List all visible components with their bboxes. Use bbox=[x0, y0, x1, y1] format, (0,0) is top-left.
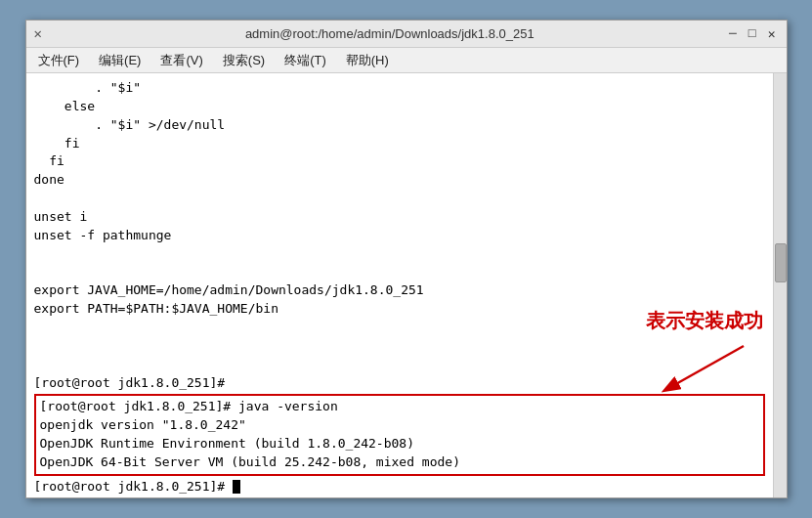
menu-file[interactable]: 文件(F) bbox=[30, 50, 88, 71]
terminal-content[interactable]: . "$i" else . "$i" >/dev/null fi fi done… bbox=[26, 73, 773, 497]
menu-terminal[interactable]: 终端(T) bbox=[277, 50, 334, 71]
terminal-last-line: [root@root jdk1.8.0_251]# bbox=[34, 478, 765, 496]
terminal-body: . "$i" else . "$i" >/dev/null fi fi done… bbox=[26, 73, 787, 497]
terminal-window: ✕ admin@root:/home/admin/Downloads/jdk1.… bbox=[25, 20, 788, 498]
window-controls: ─ □ ✕ bbox=[726, 26, 778, 42]
highlighted-output: [root@root jdk1.8.0_251]# java -version … bbox=[34, 394, 765, 475]
svg-line-1 bbox=[665, 346, 744, 390]
window-close-left[interactable]: ✕ bbox=[34, 25, 54, 42]
arrow-group bbox=[646, 341, 763, 400]
menu-help[interactable]: 帮助(H) bbox=[338, 50, 397, 71]
cursor bbox=[233, 480, 240, 494]
highlighted-lines: [root@root jdk1.8.0_251]# java -version … bbox=[40, 398, 759, 471]
annotation-text: 表示安装成功 bbox=[646, 307, 763, 335]
annotation-area: 表示安装成功 bbox=[646, 307, 763, 400]
menu-search[interactable]: 搜索(S) bbox=[215, 50, 273, 71]
menu-bar: 文件(F) 编辑(E) 查看(V) 搜索(S) 终端(T) 帮助(H) bbox=[26, 48, 787, 73]
menu-edit[interactable]: 编辑(E) bbox=[91, 50, 149, 71]
menu-view[interactable]: 查看(V) bbox=[152, 50, 210, 71]
arrow-icon bbox=[646, 341, 763, 400]
close-button[interactable]: ✕ bbox=[765, 26, 779, 42]
scrollbar[interactable] bbox=[773, 73, 787, 497]
scrollbar-thumb[interactable] bbox=[775, 243, 787, 282]
title-bar: ✕ admin@root:/home/admin/Downloads/jdk1.… bbox=[26, 21, 787, 48]
window-title: admin@root:/home/admin/Downloads/jdk1.8.… bbox=[245, 26, 534, 41]
maximize-button[interactable]: □ bbox=[746, 26, 759, 42]
minimize-button[interactable]: ─ bbox=[726, 26, 740, 42]
